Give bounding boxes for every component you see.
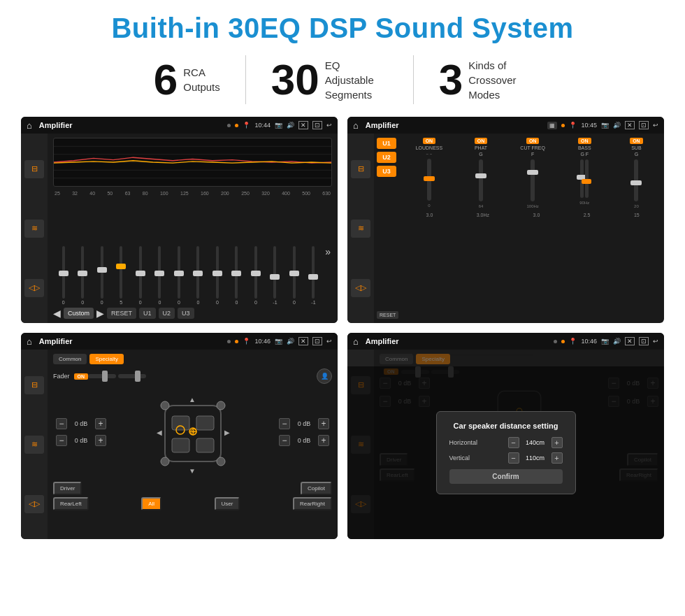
tab-specialty[interactable]: Specialty (89, 354, 123, 364)
eq-slider-1[interactable]: 0 (74, 246, 92, 305)
vol-plus-rr[interactable]: + (318, 435, 329, 446)
control-sub: ON SUB G 20 (621, 138, 651, 208)
sidebar-btn-vol-tr[interactable]: ◁▷ (351, 279, 370, 297)
dot2-bl (235, 340, 238, 343)
sidebar-btn-wave-tr[interactable]: ≋ (351, 220, 370, 238)
back-icon-tr[interactable]: ↩ (653, 122, 658, 129)
vol-minus-rr[interactable]: − (279, 435, 290, 446)
on-badge-bass[interactable]: ON (578, 138, 591, 144)
vertical-plus-btn[interactable]: + (551, 452, 563, 464)
reset-btn-tr[interactable]: RESET (377, 311, 398, 319)
feature-crossover: 3 Kinds of Crossover Modes (414, 58, 556, 102)
eq-slider-0[interactable]: 0 (55, 246, 73, 305)
eq-slider-13[interactable]: -1 (305, 246, 323, 305)
vol-minus-fl[interactable]: − (56, 418, 67, 429)
vol-right: − 0 dB + − 0 dB + (279, 418, 329, 449)
vol-plus-fl[interactable]: + (95, 418, 106, 429)
cam-icon-br: 📷 (601, 338, 609, 345)
on-badge-cutfreq[interactable]: ON (526, 138, 540, 144)
preset-u1[interactable]: U1 (377, 138, 396, 149)
vol-minus-rl[interactable]: − (56, 435, 67, 446)
sidebar-btn-vol[interactable]: ◁▷ (24, 279, 44, 297)
back-icon-br[interactable]: ↩ (653, 338, 658, 345)
tab-common[interactable]: Common (53, 354, 87, 364)
horizontal-plus-btn[interactable]: + (551, 437, 563, 448)
vol-plus-rl[interactable]: + (95, 435, 106, 446)
rearleft-btn[interactable]: RearLeft (53, 497, 89, 510)
svg-text:▲: ▲ (189, 396, 196, 403)
on-badge-phat[interactable]: ON (475, 138, 488, 144)
u3-btn-tl[interactable]: U3 (178, 308, 194, 319)
vol-minus-fr[interactable]: − (279, 418, 290, 429)
slider-phat[interactable] (479, 159, 483, 201)
svg-rect-8 (172, 438, 189, 452)
fader-panel: Common Specialty Fader ON 👤 (48, 350, 338, 539)
slider-bass-f[interactable] (585, 159, 589, 198)
eq-slider-9[interactable]: 0 (228, 246, 246, 305)
sidebar-btn-vol-bl[interactable]: ◁▷ (24, 495, 44, 513)
confirm-button[interactable]: Confirm (449, 469, 563, 484)
home-icon-br[interactable]: ⌂ (353, 336, 359, 347)
home-icon-tl[interactable]: ⌂ (27, 120, 32, 131)
eq-slider-8[interactable]: 0 (208, 246, 226, 305)
label-sub: SUB (631, 145, 641, 150)
all-btn[interactable]: All (141, 497, 161, 510)
rearright-btn[interactable]: RearRight (293, 497, 332, 510)
sidebar-btn-wave[interactable]: ≋ (24, 220, 44, 238)
eq-slider-12[interactable]: 0 (285, 246, 303, 305)
play-icon[interactable]: ▶ (96, 308, 104, 319)
u2-btn-tl[interactable]: U2 (159, 308, 175, 319)
on-badge-loudness[interactable]: ON (423, 138, 436, 144)
slider-loudness[interactable] (427, 159, 431, 201)
back-icon-tl[interactable]: ↩ (326, 122, 332, 129)
dot2-br (561, 340, 565, 343)
eq-slider-2[interactable]: 0 (93, 246, 111, 305)
driver-btn[interactable]: Driver (53, 482, 82, 495)
eq-slider-10[interactable]: 0 (247, 246, 265, 305)
fader-slider-1[interactable] (88, 374, 116, 378)
vertical-minus-btn[interactable]: − (508, 452, 519, 464)
sidebar-btn-eq-bl[interactable]: ⊟ (24, 376, 44, 394)
eq-slider-3[interactable]: 5 (113, 246, 131, 305)
location-icon-tl: 📍 (243, 122, 250, 129)
eq-slider-6[interactable]: 0 (170, 246, 188, 305)
vol-val-fr: 0 dB (293, 420, 315, 427)
home-icon-tr[interactable]: ⌂ (353, 120, 359, 131)
eq-slider-4[interactable]: 0 (131, 246, 150, 305)
cam-icon-bl: 📷 (275, 338, 282, 345)
back-icon-bl[interactable]: ↩ (326, 338, 332, 345)
u1-btn-tl[interactable]: U1 (139, 308, 156, 319)
preset-u2[interactable]: U2 (377, 152, 396, 163)
fader-slider-2[interactable] (118, 374, 146, 378)
slider-sub[interactable] (634, 159, 638, 201)
custom-btn[interactable]: Custom (64, 308, 94, 319)
home-icon-bl[interactable]: ⌂ (27, 336, 32, 347)
user-btn[interactable]: User (215, 497, 240, 510)
eq-slider-7[interactable]: 0 (189, 246, 208, 305)
sidebar-btn-eq-tr[interactable]: ⊟ (351, 160, 370, 178)
screen-title-br: Amplifier (366, 337, 550, 345)
freq-sub: 20 (634, 204, 639, 208)
sidebar-btn-eq[interactable]: ⊟ (24, 160, 44, 178)
reset-btn-tl[interactable]: RESET (107, 308, 136, 319)
cam-icon-tr: 📷 (601, 122, 609, 129)
on-badge-sub[interactable]: ON (630, 138, 643, 144)
prev-icon[interactable]: ◀ (53, 308, 61, 319)
win-icon-bl: ⊡ (312, 337, 322, 345)
eq-slider-5[interactable]: 0 (151, 246, 169, 305)
preset-u3[interactable]: U3 (377, 166, 396, 177)
status-bar-tr: ⌂ Amplifier ▦ 📍 10:45 📷 🔊 ✕ ⊡ ↩ (347, 117, 664, 134)
fader-on-badge[interactable]: ON (74, 373, 89, 380)
eq-more-icon[interactable]: » (325, 246, 331, 257)
eq-slider-11[interactable]: -1 (266, 246, 284, 305)
screenshots-grid: ⌂ Amplifier 📍 10:44 📷 🔊 ✕ ⊡ ↩ ⊟ ≋ ◁▷ (21, 117, 664, 539)
vol-val-rr: 0 dB (293, 437, 315, 444)
freq-phat: 64 (479, 204, 484, 208)
horizontal-minus-btn[interactable]: − (508, 437, 519, 448)
sidebar-btn-wave-bl[interactable]: ≋ (24, 436, 44, 454)
copilot-btn[interactable]: Copilot (301, 482, 332, 495)
profile-icon-bl[interactable]: 👤 (317, 368, 332, 384)
screen-title-tl: Amplifier (39, 121, 224, 129)
vol-plus-fr[interactable]: + (318, 418, 329, 429)
slider-cutfreq[interactable] (531, 159, 535, 201)
